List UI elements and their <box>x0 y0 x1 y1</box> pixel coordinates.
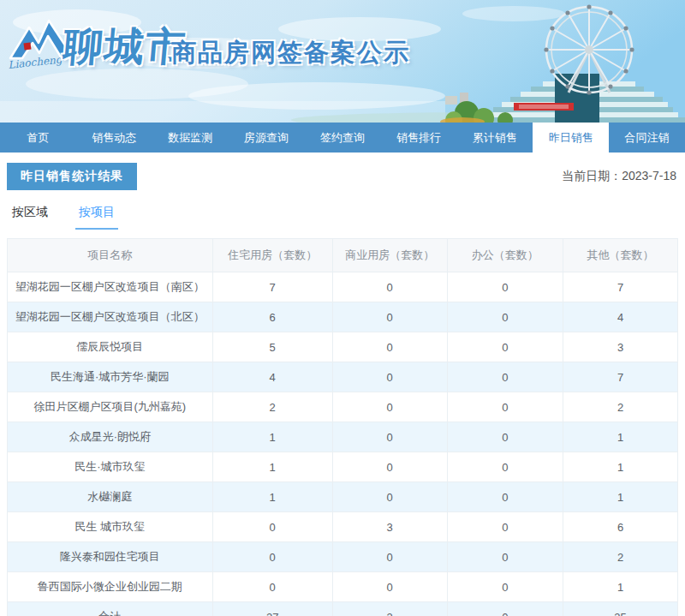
value-cell-2: 0 <box>447 482 563 512</box>
current-date-value: 2023-7-18 <box>622 169 676 182</box>
value-cell-3: 2 <box>563 542 678 572</box>
main-content: 昨日销售统计结果 当前日期：2023-7-18 按区域按项目 项目名称住宅用房（… <box>0 153 685 616</box>
column-header-4: 其他（套数） <box>563 239 678 272</box>
value-cell-3: 7 <box>563 272 678 302</box>
table-total-row: 合计273035 <box>8 602 678 616</box>
project-name-cell: 众成星光·朗悦府 <box>8 422 213 452</box>
value-cell-2: 0 <box>447 572 563 602</box>
nav-item-2[interactable]: 数据监测 <box>152 123 229 153</box>
value-cell-2: 0 <box>447 392 563 422</box>
nav-item-3[interactable]: 房源查询 <box>229 123 305 153</box>
header-banner: Liaocheng 聊城市 商品房网签备案公示 <box>0 0 685 123</box>
project-name-cell: 合计 <box>8 602 213 616</box>
value-cell-0: 1 <box>212 482 332 512</box>
value-cell-2: 0 <box>447 452 563 482</box>
value-cell-2: 0 <box>447 422 563 452</box>
value-cell-0: 4 <box>212 362 332 392</box>
column-header-3: 办公（套数） <box>447 239 563 272</box>
page-title: 商品房网签备案公示 <box>171 36 410 70</box>
value-cell-3: 2 <box>563 392 678 422</box>
value-cell-0: 7 <box>212 272 332 302</box>
nav-item-5[interactable]: 销售排行 <box>380 123 456 153</box>
value-cell-3: 3 <box>563 332 678 362</box>
value-cell-2: 0 <box>447 272 563 302</box>
value-cell-1: 0 <box>332 362 447 392</box>
tab-0[interactable]: 按区域 <box>9 205 51 230</box>
table-row: 徐田片区棚户区项目(九州嘉苑)2002 <box>8 392 678 422</box>
value-cell-1: 0 <box>332 482 447 512</box>
nav-item-8[interactable]: 合同注销 <box>609 123 685 153</box>
column-header-0: 项目名称 <box>8 239 213 272</box>
table-header-row: 项目名称住宅用房（套数）商业用房（套数）办公（套数）其他（套数） <box>8 239 678 272</box>
nav-item-4[interactable]: 签约查询 <box>305 123 381 153</box>
table-row: 鲁西国际小微企业创业园二期0001 <box>8 572 678 602</box>
table-body: 望湖花园一区棚户区改造项目（南区）7007望湖花园一区棚户区改造项目（北区）60… <box>8 272 678 616</box>
value-cell-1: 0 <box>332 392 447 422</box>
value-cell-1: 3 <box>332 512 447 542</box>
project-name-cell: 儒辰辰悦项目 <box>8 332 213 362</box>
value-cell-3: 1 <box>563 452 678 482</box>
nav-bar: 首页销售动态数据监测房源查询签约查询销售排行累计销售昨日销售合同注销 <box>0 123 685 153</box>
table-row: 民生 城市玖玺0306 <box>8 512 678 542</box>
project-name-cell: 望湖花园一区棚户区改造项目（南区） <box>8 272 213 302</box>
value-cell-2: 0 <box>447 602 563 616</box>
value-cell-0: 1 <box>212 422 332 452</box>
table-row: 水樾澜庭1001 <box>8 482 678 512</box>
value-cell-2: 0 <box>447 512 563 542</box>
value-cell-3: 35 <box>563 602 678 616</box>
value-cell-1: 0 <box>332 422 447 452</box>
value-cell-3: 1 <box>563 482 678 512</box>
table-row: 民生·城市玖玺1001 <box>8 452 678 482</box>
table-row: 儒辰辰悦项目5003 <box>8 332 678 362</box>
project-name-cell: 鲁西国际小微企业创业园二期 <box>8 572 213 602</box>
value-cell-3: 4 <box>563 302 678 332</box>
value-cell-0: 2 <box>212 392 332 422</box>
table-row: 隆兴泰和园住宅项目0002 <box>8 542 678 572</box>
value-cell-0: 0 <box>212 512 332 542</box>
value-cell-2: 0 <box>447 362 563 392</box>
nav-item-7[interactable]: 昨日销售 <box>533 123 609 153</box>
project-name-cell: 民生·城市玖玺 <box>8 452 213 482</box>
view-tabs: 按区域按项目 <box>7 205 678 230</box>
value-cell-0: 6 <box>212 302 332 332</box>
value-cell-1: 0 <box>332 302 447 332</box>
project-name-cell: 水樾澜庭 <box>8 482 213 512</box>
sales-table: 项目名称住宅用房（套数）商业用房（套数）办公（套数）其他（套数） 望湖花园一区棚… <box>7 238 678 616</box>
nav-item-0[interactable]: 首页 <box>0 123 76 153</box>
section-title-badge: 昨日销售统计结果 <box>7 163 137 190</box>
value-cell-1: 0 <box>332 452 447 482</box>
table-row: 民生海通·城市芳华·蘭园4007 <box>8 362 678 392</box>
value-cell-1: 3 <box>332 602 447 616</box>
nav-item-6[interactable]: 累计销售 <box>456 123 533 153</box>
nav-item-1[interactable]: 销售动态 <box>76 123 152 153</box>
project-name-cell: 民生海通·城市芳华·蘭园 <box>8 362 213 392</box>
project-name-cell: 徐田片区棚户区项目(九州嘉苑) <box>8 392 213 422</box>
column-header-1: 住宅用房（套数） <box>212 239 332 272</box>
value-cell-0: 0 <box>212 572 332 602</box>
value-cell-2: 0 <box>447 302 563 332</box>
current-date: 当前日期：2023-7-18 <box>562 169 678 184</box>
column-header-2: 商业用房（套数） <box>332 239 447 272</box>
value-cell-0: 0 <box>212 542 332 572</box>
project-name-cell: 隆兴泰和园住宅项目 <box>8 542 213 572</box>
table-row: 望湖花园一区棚户区改造项目（南区）7007 <box>8 272 678 302</box>
value-cell-0: 27 <box>212 602 332 616</box>
tab-1[interactable]: 按项目 <box>75 205 118 230</box>
value-cell-3: 6 <box>563 512 678 542</box>
value-cell-3: 1 <box>563 572 678 602</box>
value-cell-2: 0 <box>447 332 563 362</box>
project-name-cell: 望湖花园一区棚户区改造项目（北区） <box>8 302 213 332</box>
table-row: 望湖花园一区棚户区改造项目（北区）6004 <box>8 302 678 332</box>
value-cell-1: 0 <box>332 332 447 362</box>
project-name-cell: 民生 城市玖玺 <box>8 512 213 542</box>
current-date-label: 当前日期： <box>562 169 622 182</box>
city-name: 聊城市 <box>61 21 188 74</box>
value-cell-2: 0 <box>447 542 563 572</box>
value-cell-1: 0 <box>332 572 447 602</box>
value-cell-0: 5 <box>212 332 332 362</box>
value-cell-0: 1 <box>212 452 332 482</box>
value-cell-3: 7 <box>563 362 678 392</box>
table-row: 众成星光·朗悦府1001 <box>8 422 678 452</box>
value-cell-1: 0 <box>332 542 447 572</box>
value-cell-3: 1 <box>563 422 678 452</box>
